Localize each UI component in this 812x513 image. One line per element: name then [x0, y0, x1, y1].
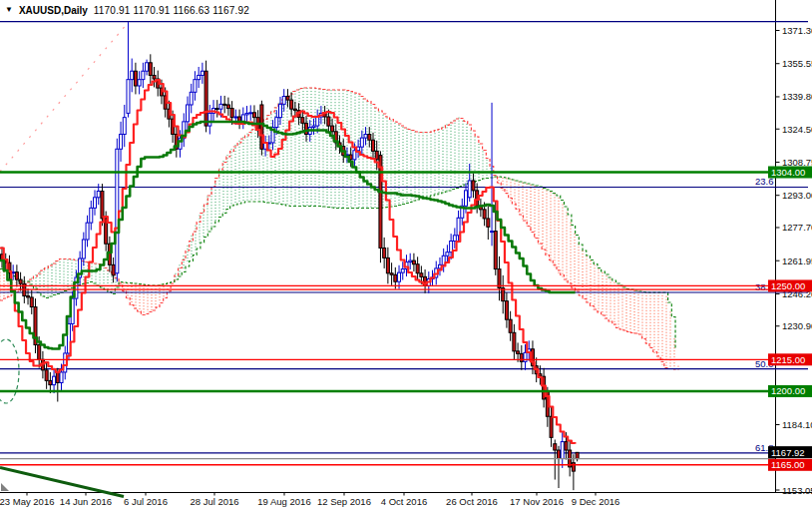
bear-candle[interactable]: [558, 450, 561, 458]
bear-candle[interactable]: [204, 71, 207, 126]
bear-candle[interactable]: [327, 117, 330, 126]
bull-candle[interactable]: [360, 138, 363, 147]
bull-candle[interactable]: [312, 126, 315, 127]
bear-candle[interactable]: [509, 319, 512, 332]
bull-candle[interactable]: [524, 352, 527, 361]
bear-candle[interactable]: [56, 372, 59, 383]
bull-candle[interactable]: [194, 80, 197, 93]
bear-candle[interactable]: [368, 135, 371, 141]
symbol-menu-icon[interactable]: ▼: [5, 5, 13, 15]
bear-candle[interactable]: [331, 126, 334, 132]
bull-candle[interactable]: [82, 240, 85, 258]
bull-candle[interactable]: [142, 71, 145, 79]
bull-candle[interactable]: [201, 71, 203, 75]
bull-candle[interactable]: [234, 117, 237, 118]
bull-candle[interactable]: [245, 113, 248, 114]
bull-candle[interactable]: [53, 376, 56, 384]
bull-candle[interactable]: [446, 253, 449, 256]
bear-candle[interactable]: [498, 269, 501, 288]
bear-candle[interactable]: [550, 416, 553, 437]
price-badge-label: 1167.92: [771, 447, 805, 458]
bull-candle[interactable]: [468, 181, 471, 198]
bear-candle[interactable]: [383, 248, 386, 257]
bear-candle[interactable]: [230, 109, 233, 118]
bear-candle[interactable]: [513, 332, 516, 351]
bull-candle[interactable]: [187, 105, 190, 122]
bear-candle[interactable]: [252, 113, 255, 118]
bear-candle[interactable]: [390, 273, 393, 274]
bear-candle[interactable]: [372, 140, 375, 151]
bull-candle[interactable]: [146, 63, 149, 71]
bear-candle[interactable]: [517, 351, 520, 354]
bull-candle[interactable]: [138, 80, 141, 86]
bear-candle[interactable]: [472, 181, 475, 191]
bull-candle[interactable]: [249, 113, 252, 114]
ellipse-object[interactable]: [0, 339, 19, 403]
price-badge: 1167.92: [768, 446, 812, 458]
bear-candle[interactable]: [15, 272, 18, 279]
bear-candle[interactable]: [286, 97, 289, 101]
price-tick-label: 1153.05: [782, 485, 812, 496]
bull-candle[interactable]: [275, 118, 278, 128]
bear-candle[interactable]: [520, 353, 523, 361]
bull-candle[interactable]: [131, 71, 134, 79]
bull-candle[interactable]: [561, 442, 564, 459]
fibonacci-levels[interactable]: 0.023.638.250.061.8: [0, 11, 808, 453]
bear-candle[interactable]: [223, 104, 226, 105]
bear-candle[interactable]: [554, 444, 557, 450]
bear-candle[interactable]: [565, 442, 568, 450]
bull-candle[interactable]: [398, 272, 401, 281]
bull-candle[interactable]: [316, 117, 319, 126]
bear-candle[interactable]: [494, 232, 497, 269]
bear-candle[interactable]: [293, 109, 296, 110]
bear-candle[interactable]: [505, 301, 508, 320]
bull-candle[interactable]: [127, 80, 130, 114]
bull-candle[interactable]: [190, 92, 193, 105]
bear-candle[interactable]: [301, 118, 304, 124]
bull-candle[interactable]: [86, 223, 89, 240]
bull-candle[interactable]: [453, 236, 456, 242]
bear-candle[interactable]: [134, 71, 137, 86]
price-badge: 1200.00: [768, 385, 812, 397]
bull-candle[interactable]: [409, 260, 412, 261]
bear-candle[interactable]: [226, 105, 229, 109]
bear-candle[interactable]: [394, 274, 397, 281]
bear-candle[interactable]: [30, 297, 33, 307]
bear-candle[interactable]: [215, 109, 218, 110]
bull-candle[interactable]: [97, 191, 100, 197]
bear-candle[interactable]: [416, 264, 419, 273]
bear-candle[interactable]: [38, 345, 41, 360]
bear-candle[interactable]: [112, 264, 115, 275]
bull-candle[interactable]: [198, 75, 201, 79]
bear-candle[interactable]: [49, 380, 52, 384]
bull-candle[interactable]: [208, 113, 211, 126]
bear-candle[interactable]: [153, 75, 156, 79]
bull-candle[interactable]: [94, 198, 97, 209]
bull-candle[interactable]: [123, 118, 126, 135]
bear-candle[interactable]: [572, 463, 575, 471]
bear-candle[interactable]: [483, 210, 486, 219]
bull-candle[interactable]: [60, 372, 63, 383]
bear-candle[interactable]: [101, 191, 104, 218]
bull-candle[interactable]: [279, 104, 282, 117]
bull-candle[interactable]: [219, 104, 222, 109]
bull-candle[interactable]: [120, 135, 123, 150]
bull-candle[interactable]: [465, 191, 468, 206]
time-tick-label: 6 Jul 2016: [124, 496, 168, 507]
bull-candle[interactable]: [401, 269, 404, 273]
bear-candle[interactable]: [420, 273, 423, 277]
bull-candle[interactable]: [282, 97, 285, 105]
price-chart[interactable]: 0.023.638.250.061.81371.301355.551339.80…: [0, 0, 812, 513]
bear-candle[interactable]: [386, 257, 389, 272]
bear-candle[interactable]: [19, 279, 22, 283]
bull-candle[interactable]: [90, 208, 93, 223]
bull-candle[interactable]: [364, 135, 367, 139]
bear-candle[interactable]: [412, 260, 415, 264]
bear-candle[interactable]: [290, 100, 293, 109]
bull-candle[interactable]: [491, 232, 494, 233]
bear-candle[interactable]: [149, 63, 152, 76]
bear-candle[interactable]: [27, 296, 30, 297]
bear-candle[interactable]: [576, 452, 579, 458]
bear-candle[interactable]: [45, 370, 48, 381]
bear-candle[interactable]: [487, 219, 490, 227]
